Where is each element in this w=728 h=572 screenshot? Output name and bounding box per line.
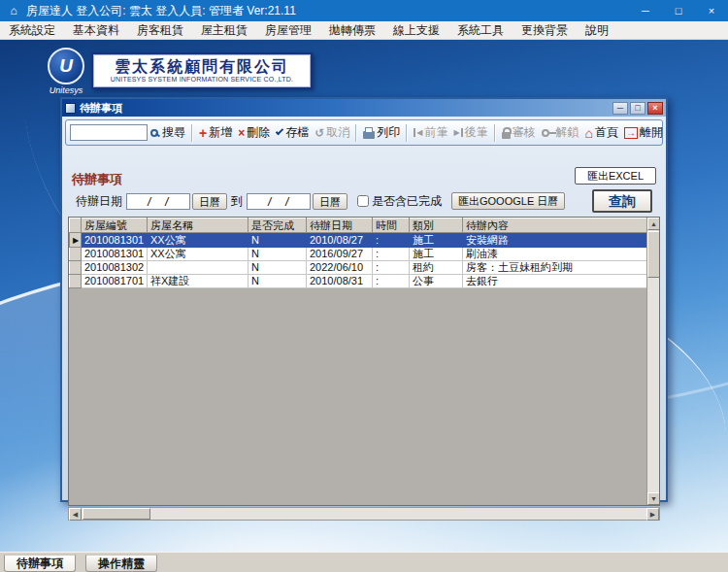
section-title: 待辦事項 — [72, 171, 122, 188]
include-completed-checkbox[interactable] — [357, 195, 369, 207]
add-icon: + — [199, 127, 207, 139]
next-record-button[interactable]: ▶ 後筆 — [450, 123, 490, 142]
calendar-from-button[interactable]: 日曆 — [192, 193, 227, 210]
window-title: 房屋達人 登入公司: 雲太 登入人員: 管理者 Ver:21.11 — [26, 3, 629, 19]
search-button[interactable]: 搜尋 — [148, 123, 188, 142]
to-label: 到 — [231, 193, 243, 210]
todo-close-button[interactable]: × — [647, 102, 663, 115]
logo-script-text: Unitesys — [45, 85, 87, 95]
print-button[interactable]: 列印 — [360, 123, 403, 142]
cancel-icon: ↺ — [314, 127, 324, 139]
desktop-background: U Unitesys 雲太系統顧問有限公司 UNITESYS SYSTEM IN… — [0, 40, 728, 552]
menu-item-online-support[interactable]: 線上支援 — [384, 21, 448, 40]
add-button[interactable]: + 新增 — [196, 123, 235, 142]
grid-selector-header — [70, 219, 82, 233]
menu-item-basic-data[interactable]: 基本資料 — [64, 21, 128, 40]
scroll-down-arrow[interactable]: ▼ — [647, 492, 660, 505]
row-selector[interactable] — [70, 233, 82, 248]
printer-icon — [363, 131, 375, 139]
tab-operation-wizard[interactable]: 操作精靈 — [85, 555, 157, 572]
toolbar-separator — [406, 124, 408, 142]
application-window: ⌂ 房屋達人 登入公司: 雲太 登入人員: 管理者 Ver:21.11 ─ □ … — [0, 0, 728, 572]
next-icon: ▶ — [453, 128, 462, 137]
search-input[interactable] — [70, 124, 148, 141]
column-category[interactable]: 類別 — [410, 219, 463, 233]
unlock-button[interactable]: 解鎖 — [539, 123, 582, 142]
previous-record-button[interactable]: ◀ 前筆 — [411, 123, 450, 142]
toolbar-separator — [355, 124, 357, 142]
todo-grid: 房屋編號 房屋名稱 是否完成 待辦日期 時間 類別 待辦內容 201008130… — [68, 217, 660, 506]
menu-item-change-background[interactable]: 更換背景 — [513, 21, 577, 40]
save-check-icon — [276, 127, 283, 135]
table-row[interactable]: 2010081302 N 2022/06/10 : 租約 房客：土豆妹租約到期 — [70, 261, 648, 275]
todo-window: 待辦事項 ─ □ × 搜尋 + 新增 × 刪除 — [60, 97, 668, 502]
delete-icon: × — [238, 127, 245, 139]
toolbar-separator — [494, 124, 496, 142]
column-todo-date[interactable]: 待辦日期 — [307, 219, 373, 233]
filter-row: 待辦日期 日曆 到 日曆 是否含已完成 匯出GOOOGLE 日曆 — [72, 192, 565, 210]
column-completed[interactable]: 是否完成 — [248, 219, 307, 233]
tab-todo-items[interactable]: 待辦事項 — [4, 555, 76, 572]
date-to-input[interactable] — [247, 193, 311, 210]
todo-restore-button[interactable]: □ — [630, 102, 645, 115]
search-icon — [150, 129, 158, 137]
company-name-en: UNITESYS SYSTEM INFORMATION SERVICE CO.,… — [93, 76, 311, 83]
close-button[interactable]: × — [695, 0, 728, 21]
audit-button[interactable]: 審核 — [499, 123, 539, 142]
menu-item-house-management[interactable]: 房屋管理 — [256, 21, 320, 40]
menu-item-tenant-lease[interactable]: 房客租賃 — [128, 21, 192, 40]
date-range-label: 待辦日期 — [76, 193, 122, 210]
home-button[interactable]: ⌂ 首頁 — [582, 123, 621, 142]
company-name-zh: 雲太系統顧問有限公司 — [93, 57, 311, 76]
column-house-id[interactable]: 房屋編號 — [82, 219, 148, 233]
horizontal-scrollbar[interactable]: ◀ ▶ — [68, 507, 660, 521]
table-row[interactable]: 2010081701 祥X建設 N 2010/08/31 : 公事 去銀行 — [70, 275, 648, 288]
minimize-button[interactable]: ─ — [629, 0, 662, 21]
menu-item-voucher-transfer[interactable]: 拋轉傳票 — [320, 21, 384, 40]
column-time[interactable]: 時間 — [373, 219, 410, 233]
menu-item-system-tools[interactable]: 系統工具 — [448, 21, 513, 40]
window-titlebar: ⌂ 房屋達人 登入公司: 雲太 登入人員: 管理者 Ver:21.11 ─ □ … — [0, 0, 728, 21]
row-selector[interactable] — [70, 275, 82, 288]
scroll-left-arrow[interactable]: ◀ — [69, 508, 82, 521]
home-icon: ⌂ — [585, 127, 593, 139]
grid-header-row: 房屋編號 房屋名稱 是否完成 待辦日期 時間 類別 待辦內容 — [70, 219, 648, 233]
cancel-button[interactable]: ↺ 取消 — [312, 123, 352, 142]
todo-table: 房屋編號 房屋名稱 是否完成 待辦日期 時間 類別 待辦內容 201008130… — [69, 218, 648, 288]
previous-icon: ◀ — [414, 128, 422, 137]
column-content[interactable]: 待辦內容 — [463, 219, 648, 233]
row-selector[interactable] — [70, 261, 82, 275]
logo-emblem: U — [48, 48, 84, 84]
calendar-to-button[interactable]: 日曆 — [313, 193, 347, 210]
column-house-name[interactable]: 房屋名稱 — [148, 219, 248, 233]
scroll-right-arrow[interactable]: ▶ — [646, 508, 659, 521]
company-name-box: 雲太系統顧問有限公司 UNITESYS SYSTEM INFORMATION S… — [91, 52, 313, 89]
company-logo: U Unitesys — [45, 48, 87, 98]
todo-window-icon — [65, 103, 76, 114]
delete-button[interactable]: × 刪除 — [235, 123, 273, 142]
exit-button[interactable]: → 離開 — [621, 123, 666, 142]
export-google-calendar-button[interactable]: 匯出GOOOGLE 日曆 — [451, 192, 565, 210]
table-row[interactable]: 2010081301 XX公寓 N 2016/09/27 : 施工 刷油漆 — [70, 248, 648, 261]
todo-minimize-button[interactable]: ─ — [612, 102, 628, 115]
maximize-button[interactable]: □ — [662, 0, 695, 21]
horizontal-scrollbar-thumb[interactable] — [83, 508, 150, 520]
scroll-up-arrow[interactable]: ▲ — [647, 218, 660, 230]
table-row[interactable]: 2010081301 XX公寓 N 2010/08/27 : 施工 安裝網路 — [70, 233, 648, 248]
exit-icon: → — [624, 127, 638, 139]
key-icon — [542, 129, 549, 137]
vertical-scrollbar-thumb[interactable] — [647, 231, 660, 278]
row-pointer-icon — [73, 233, 81, 247]
menu-item-owner-lease[interactable]: 屋主租賃 — [192, 21, 256, 40]
vertical-scrollbar[interactable]: ▲ ▼ — [646, 218, 659, 505]
row-selector[interactable] — [70, 248, 82, 261]
query-button[interactable]: 查詢 — [592, 189, 652, 213]
include-completed-label: 是否含已完成 — [372, 193, 442, 210]
menu-item-help[interactable]: 說明 — [577, 21, 617, 40]
todo-window-titlebar: 待辦事項 ─ □ × — [62, 99, 666, 117]
menu-item-system-settings[interactable]: 系統設定 — [0, 21, 64, 40]
date-from-input[interactable] — [126, 193, 190, 210]
app-icon: ⌂ — [7, 4, 20, 17]
export-excel-button[interactable]: 匯出EXCEL — [575, 167, 656, 185]
save-button[interactable]: 存檔 — [273, 123, 312, 142]
